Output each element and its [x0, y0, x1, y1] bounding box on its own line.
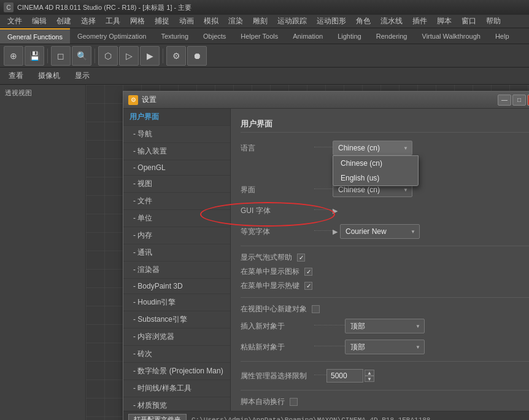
- save-button[interactable]: 💾: [25, 46, 44, 66]
- spin-down[interactable]: ▼: [365, 376, 374, 382]
- menu-motiontrack[interactable]: 运动跟踪: [272, 15, 312, 28]
- material-button[interactable]: ⬡: [98, 46, 118, 66]
- tab-virtual-walkthrough[interactable]: Virtual Walkthrough: [415, 28, 488, 44]
- paste-new-dropdown[interactable]: 顶部: [345, 340, 425, 354]
- mono-font-value: Courier New: [346, 227, 387, 236]
- dialog-icon: ⚙: [128, 95, 138, 105]
- animate-button[interactable]: ⚙: [166, 46, 186, 66]
- property-limit-input[interactable]: [326, 369, 363, 383]
- dialog-maximize[interactable]: □: [512, 95, 526, 106]
- viewport[interactable]: ⚙ 设置 — □ ✕ 用户界面 - 导航 - 输入装置 - OpenGL - 视…: [86, 85, 529, 420]
- create-center-checkbox[interactable]: [312, 305, 320, 313]
- dialog-minimize[interactable]: —: [498, 95, 511, 106]
- menu-snap[interactable]: 捕捉: [150, 15, 174, 28]
- tab-texturing[interactable]: Texturing: [153, 28, 196, 44]
- tab-objects[interactable]: Objects: [196, 28, 233, 44]
- spin-up[interactable]: ▲: [365, 370, 374, 376]
- sidebar-item-renderer[interactable]: - 渲染器: [123, 262, 230, 279]
- mono-font-dropdown[interactable]: Courier New: [340, 224, 420, 239]
- menu-select[interactable]: 选择: [76, 15, 101, 28]
- mono-font-label: 等宽字体: [241, 227, 314, 237]
- menu-tools[interactable]: 工具: [101, 15, 125, 28]
- sidebar-item-view[interactable]: - 视图: [123, 176, 230, 193]
- sidebar-item-nav[interactable]: - 导航: [123, 126, 230, 143]
- sidebar-item-substance[interactable]: - Substance引擎: [123, 311, 230, 329]
- property-limit-label: 属性管理器选择限制: [241, 371, 314, 381]
- divider-3: [241, 361, 529, 362]
- sidebar-item-takes[interactable]: - 砖次: [123, 346, 230, 363]
- tab-rendering[interactable]: Rendering: [369, 28, 415, 44]
- menu-script[interactable]: 脚本: [432, 15, 457, 28]
- menu-window[interactable]: 窗口: [457, 15, 481, 28]
- sidebar-item-unit[interactable]: - 单位: [123, 210, 230, 227]
- sidebar-item-projection[interactable]: - 数字绘景 (Projection Man): [123, 363, 230, 380]
- toolbar-tabs: General Functions Geometry Optimization …: [0, 28, 529, 44]
- menu-help[interactable]: 帮助: [481, 15, 506, 28]
- main-area: 透视视图 ⚙ 设置 — □ ✕ 用户界面 - 导航 - 输入装置 - OpenG: [0, 85, 529, 420]
- insert-new-dropdown[interactable]: 顶部: [345, 319, 425, 333]
- insert-new-row: 插入新对象于 顶部: [241, 318, 529, 334]
- tab-general-functions[interactable]: General Functions: [0, 28, 70, 44]
- menu-file[interactable]: 文件: [2, 15, 27, 28]
- bubble-help-checkbox[interactable]: [297, 254, 305, 262]
- render-active-button[interactable]: ▷: [119, 46, 139, 66]
- menu-mograph[interactable]: 运动图形: [312, 15, 351, 28]
- language-dropdown-open: Chinese (cn) English (us): [333, 155, 419, 186]
- menu-plugin[interactable]: 插件: [407, 15, 432, 28]
- menu-pipeline[interactable]: 流水线: [376, 15, 407, 28]
- bubble-help-label: 显示气泡式帮助: [241, 252, 292, 263]
- display-menu[interactable]: 显示: [70, 69, 95, 82]
- menu-render[interactable]: 渲染: [223, 15, 248, 28]
- language-row: 语言 Chinese (cn) Chinese (cn) English (us…: [241, 140, 529, 156]
- search-button[interactable]: 🔍: [72, 46, 91, 66]
- language-option-chinese[interactable]: Chinese (cn): [333, 156, 418, 171]
- menu-icons-checkbox[interactable]: [304, 268, 312, 276]
- open-folder-button[interactable]: 打开配置文件夹: [128, 414, 187, 421]
- sidebar-item-houdini[interactable]: - Houdin引擎: [123, 294, 230, 311]
- insert-new-value: 顶部: [350, 321, 365, 332]
- menu-character[interactable]: 角色: [351, 15, 376, 28]
- sidebar-item-comm[interactable]: - 通讯: [123, 244, 230, 262]
- panel-perspective[interactable]: 透视视图: [0, 87, 85, 99]
- sidebar-item-timeline[interactable]: - 时间线/样条工具: [123, 380, 230, 397]
- sidebar-item-bodypaint[interactable]: - BodyPaint 3D: [123, 279, 230, 294]
- menu-animate[interactable]: 动画: [174, 15, 199, 28]
- dialog-content: 🔍 用户界面 语言 Chinese (cn) Chinese (cn): [231, 109, 529, 420]
- checkbox-menu-hotkeys: 在菜单中显示热键: [241, 281, 529, 291]
- menu-hotkeys-checkbox[interactable]: [304, 282, 312, 290]
- menu-create[interactable]: 创建: [52, 15, 76, 28]
- sidebar-item-file[interactable]: - 文件: [123, 193, 230, 210]
- tab-lighting[interactable]: Lighting: [330, 28, 369, 44]
- tab-animation[interactable]: Animation: [285, 28, 330, 44]
- sidebar-item-input[interactable]: - 输入装置: [123, 143, 230, 160]
- sidebar-item-user-interface[interactable]: 用户界面: [123, 109, 230, 126]
- language-dropdown[interactable]: Chinese (cn): [333, 141, 412, 155]
- sidebar-item-opengl[interactable]: - OpenGL: [123, 160, 230, 176]
- language-option-english[interactable]: English (us): [333, 171, 418, 185]
- view-menu[interactable]: 查看: [4, 69, 28, 82]
- camera-menu[interactable]: 摄像机: [33, 69, 65, 82]
- dialog-titlebar: ⚙ 设置 — □ ✕: [123, 91, 529, 109]
- secondary-toolbar: 查看 摄像机 显示: [0, 68, 529, 85]
- sidebar-item-memory[interactable]: - 内存: [123, 227, 230, 244]
- script-run-checkbox[interactable]: [290, 398, 298, 406]
- insert-new-label: 插入新对象于: [241, 321, 314, 332]
- menu-simulate[interactable]: 模拟: [199, 15, 223, 28]
- create-center-row: 在视图中心新建对象: [241, 304, 529, 314]
- record-button[interactable]: ⏺: [187, 46, 207, 66]
- divider-4: [241, 390, 529, 391]
- menu-edit[interactable]: 编辑: [27, 15, 52, 28]
- object-button[interactable]: ◻: [51, 46, 71, 66]
- dialog-status-bar: 打开配置文件夹 C:\Users\Admin\AppData\Roaming\M…: [123, 411, 529, 420]
- render-full-button[interactable]: ▶: [140, 46, 160, 66]
- menu-mesh[interactable]: 网格: [125, 15, 150, 28]
- merge-button[interactable]: ⊕: [4, 46, 23, 66]
- separator-2: [95, 49, 95, 63]
- tab-help[interactable]: Help: [488, 28, 517, 44]
- sidebar-item-content-browser[interactable]: - 内容浏览器: [123, 329, 230, 346]
- divider-2: [241, 297, 529, 298]
- tab-geometry-optimization[interactable]: Geometry Optimization: [70, 28, 153, 44]
- tab-helper-tools[interactable]: Helper Tools: [233, 28, 285, 44]
- menu-sculpt[interactable]: 雕刻: [248, 15, 272, 28]
- status-path: C:\Users\Admin\AppData\Roaming\MAXON\CIN…: [191, 416, 430, 421]
